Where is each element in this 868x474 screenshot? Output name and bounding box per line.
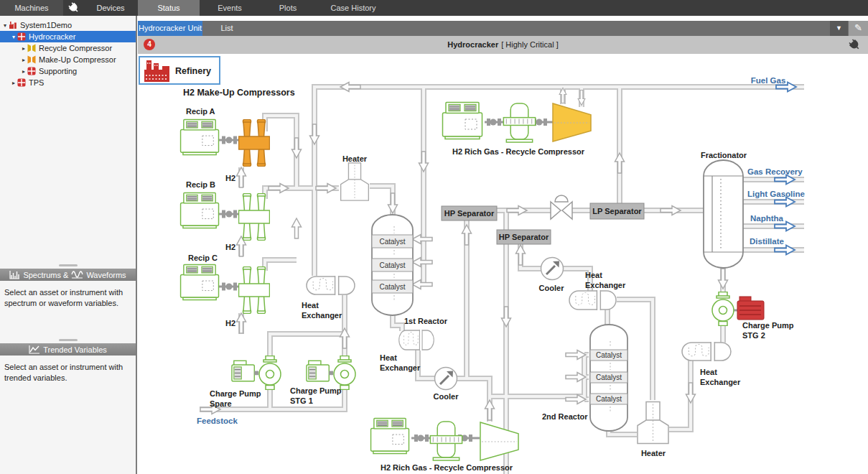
tab-machines[interactable]: Machines: [0, 0, 63, 16]
catalyst-band-label: Catalyst: [379, 238, 405, 246]
tree-item-recycle-compressor[interactable]: ▸ Recycle Compressor: [0, 42, 136, 54]
tree-item-supporting[interactable]: ▸ Supporting: [0, 65, 136, 77]
heat-exchanger-icon: [682, 341, 731, 362]
tab-hydrocracker-unit[interactable]: Hydrocracker Unit: [138, 21, 202, 36]
heat-exchanger-2[interactable]: Heat Exchanger: [380, 329, 434, 372]
hp-separator-1[interactable]: HP Separator: [442, 206, 497, 220]
recip-a-unit[interactable]: Recip A H2: [181, 107, 270, 182]
connection-status-icon[interactable]: [849, 39, 861, 51]
asset-title: Hydrocracker: [447, 40, 498, 49]
asset-grid-icon: [17, 78, 26, 87]
gearbox-icon: [503, 103, 535, 142]
connect-icon: [67, 2, 80, 14]
hx-label-line2: Exchanger: [380, 363, 421, 372]
heater-label: Heater: [641, 449, 666, 457]
tree-item-hydrocracker[interactable]: ▾ Hydrocracker: [0, 31, 136, 42]
heat-exchanger-3[interactable]: Heat Exchanger: [569, 271, 626, 311]
tree-item-label: Hydrocracker: [29, 32, 75, 41]
gas-recovery-arrow: [775, 175, 795, 185]
tree-item-label: Recycle Compressor: [39, 44, 112, 52]
caret-collapsed-icon[interactable]: ▸: [20, 68, 27, 75]
light-gasoline-label: Light Gasoline: [747, 190, 805, 198]
refinery-box[interactable]: Refinery: [139, 57, 220, 84]
heat-exchanger-icon: [399, 329, 434, 351]
edit-pencil-button[interactable]: ✎: [849, 21, 868, 36]
compressor-icon: [27, 55, 36, 64]
sidebar: ▾ System1Demo ▾ Hydrocracker ▸ Recycle C…: [0, 16, 137, 474]
hx-label-line1: Heat: [585, 271, 602, 279]
cooler-label: Cooler: [539, 284, 565, 292]
control-valve[interactable]: [551, 195, 572, 219]
recycle-train-label: H2 Rich Gas - Recycle Compressor: [452, 147, 585, 156]
spectrum-icon: [9, 270, 20, 279]
catalyst-band-label: Catalyst: [379, 283, 405, 291]
recip-c-label: Recip C: [188, 254, 218, 262]
tree-item-label: Make-Up Compressor: [39, 55, 116, 64]
hp-separator-2[interactable]: HP Separator: [497, 230, 551, 244]
turbine-icon: [553, 103, 591, 141]
recycle-compressor-train-bottom[interactable]: H2 Rich Gas - Recycle Compressor: [371, 418, 518, 472]
panel-header-spectrums[interactable]: Spectrums & Waveforms: [0, 269, 136, 281]
gas-recovery-label: Gas Recovery: [747, 167, 803, 176]
heat-exchanger-icon: [307, 275, 355, 296]
tree-item-label: Supporting: [39, 67, 77, 75]
factory-icon: [9, 21, 17, 29]
pump-label-line1: Charge Pump: [290, 386, 342, 395]
heater-icon: [638, 402, 668, 444]
recip-c-unit[interactable]: Recip C H2: [181, 254, 270, 327]
tab-devices[interactable]: Devices: [85, 0, 136, 16]
heater-icon: [341, 163, 369, 200]
recip-b-label: Recip B: [186, 180, 215, 189]
tab-events[interactable]: Events: [200, 0, 260, 16]
heater-bottom[interactable]: Heater: [638, 402, 668, 458]
cooler-upper[interactable]: Cooler: [539, 258, 565, 293]
tree-item-tps[interactable]: ▸ TPS: [0, 77, 136, 88]
tab-case-history[interactable]: Case History: [316, 0, 391, 16]
tab-overflow-dropdown[interactable]: ▼: [830, 21, 848, 36]
pump-label-line1: Charge Pump: [742, 321, 794, 330]
panel-title: Trended Variables: [43, 345, 107, 354]
top-toolbar: Machines Devices Status Events Plots Cas…: [0, 0, 868, 16]
hx-label-line1: Heat: [700, 368, 717, 376]
lp-separator[interactable]: LP Separator: [590, 203, 644, 219]
panel-header-trended[interactable]: Trended Variables: [0, 343, 136, 356]
cooler-bottom[interactable]: Cooler: [434, 368, 459, 401]
turbine-icon: [480, 422, 518, 460]
hx-label-line2: Exchanger: [585, 281, 626, 289]
refinery-label: Refinery: [175, 66, 211, 76]
pump-icon: [712, 292, 734, 326]
reactor-1[interactable]: Catalyst Catalyst Catalyst 1st Reactor: [372, 215, 448, 325]
splitter-handle[interactable]: [59, 339, 78, 341]
caret-collapsed-icon[interactable]: ▸: [20, 45, 27, 52]
valve-icon: [555, 195, 568, 202]
process-diagram-svg: Refinery H2 Make-Up Compressors Recip A …: [138, 54, 868, 474]
splitter-handle[interactable]: [59, 264, 78, 266]
hx-label-line1: Heat: [380, 353, 397, 362]
caret-expanded-icon[interactable]: ▾: [1, 22, 9, 29]
pump-label-line1: Charge Pump: [210, 389, 261, 398]
criticality-label: [ Highly Critical ]: [501, 40, 558, 49]
heater-label: Heater: [342, 154, 368, 163]
catalyst-band-label: Catalyst: [379, 261, 405, 269]
tab-status[interactable]: Status: [138, 0, 200, 16]
tab-list[interactable]: List: [204, 21, 250, 36]
fuel-gas-label: Fuel Gas: [751, 76, 786, 85]
recycle-compressor-train-top[interactable]: H2 Rich Gas - Recycle Compressor: [443, 103, 592, 157]
process-diagram: Refinery H2 Make-Up Compressors Recip A …: [138, 54, 868, 474]
tab-plots[interactable]: Plots: [260, 0, 316, 16]
caret-collapsed-icon[interactable]: ▸: [20, 57, 27, 63]
recip-b-unit[interactable]: Recip B H2: [181, 180, 270, 251]
motor-icon: [307, 361, 333, 381]
pump-label-line2: STG 2: [742, 331, 765, 340]
heater-top[interactable]: Heater: [341, 154, 369, 200]
cooler-label: Cooler: [434, 392, 459, 401]
tree-item-system1demo[interactable]: ▾ System1Demo: [0, 19, 136, 31]
caret-expanded-icon[interactable]: ▾: [10, 34, 17, 40]
caret-collapsed-icon[interactable]: ▸: [10, 80, 17, 86]
page-title: Hydrocracker[ Highly Critical ]: [138, 36, 868, 54]
distillate-arrow: [775, 246, 795, 255]
fractionator[interactable]: Fractionator: [701, 151, 747, 268]
tree-item-makeup-compressor[interactable]: ▸ Make-Up Compressor: [0, 54, 136, 65]
alarm-count-badge[interactable]: 4: [144, 39, 155, 50]
alarm-motor-icon: [737, 297, 764, 320]
